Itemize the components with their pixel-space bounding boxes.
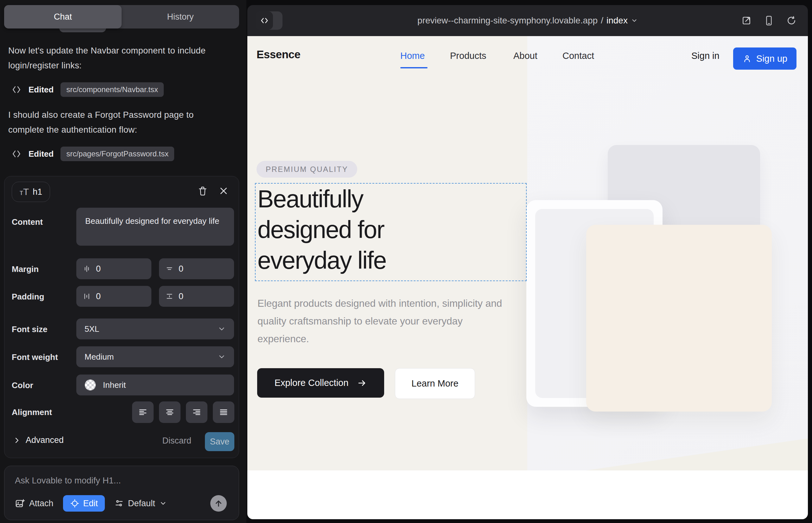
path-separator: /	[601, 16, 603, 26]
align-left-button[interactable]	[132, 401, 154, 423]
font-size-select[interactable]: 5XL	[76, 319, 234, 339]
browser-actions	[741, 5, 796, 36]
attach-image-icon	[15, 498, 25, 508]
padding-x-input[interactable]: 0	[76, 286, 152, 307]
margin-x-input[interactable]: 0	[76, 258, 152, 279]
url-bar[interactable]: preview--charming-site-symphony.lovable.…	[247, 5, 808, 36]
advanced-toggle[interactable]: Advanced	[13, 435, 64, 445]
font-weight-label: Font weight	[12, 353, 58, 362]
margin-label: Margin	[12, 264, 39, 274]
preview-url: preview--charming-site-symphony.lovable.…	[418, 16, 598, 26]
file-chip[interactable]: src/components/Navbar.tsx	[60, 82, 163, 97]
element-tag-badge: ᴛT h1	[12, 182, 50, 202]
element-editor-panel: ᴛT h1 Content Beautifully designed for e…	[4, 176, 239, 458]
left-panel: Chat History Now let's update the Navbar…	[0, 0, 246, 523]
nav-link-contact[interactable]: Contact	[562, 51, 594, 61]
font-weight-select[interactable]: Medium	[76, 346, 234, 367]
arrow-right-icon	[357, 378, 367, 388]
page-name: index	[606, 16, 628, 26]
composer-input[interactable]: Ask Lovable to modify H1...	[15, 475, 221, 486]
content-input[interactable]: Beautifully designed for everyday life	[76, 208, 234, 246]
learn-more-button[interactable]: Learn More	[395, 368, 475, 399]
editor-footer: Advanced Discard Save	[4, 432, 239, 452]
app-root: Chat History Now let's update the Navbar…	[0, 0, 812, 523]
composer-toolbar: Attach Edit Default	[15, 495, 231, 511]
chat-message: Now let's update the Navbar component to…	[8, 43, 230, 73]
delete-element-button[interactable]	[196, 184, 210, 198]
nav-link-products[interactable]: Products	[450, 51, 486, 61]
edit-mode-button[interactable]: Edit	[63, 495, 105, 511]
alignment-group	[132, 401, 234, 423]
padding-y-input[interactable]: 0	[159, 286, 234, 307]
site-logo[interactable]: Essence	[257, 48, 301, 61]
refresh-button[interactable]	[786, 16, 796, 26]
code-icon	[12, 85, 21, 95]
chevron-down-icon	[631, 17, 638, 24]
target-icon	[70, 499, 80, 508]
color-label: Color	[12, 381, 33, 390]
site-viewport: Essence Home Products About Contact Sign…	[247, 36, 808, 519]
user-icon	[742, 54, 752, 63]
discard-button[interactable]: Discard	[162, 436, 191, 446]
chat-composer: Ask Lovable to modify H1... Attach Edit	[4, 466, 239, 520]
file-chip[interactable]: src/pages/ForgotPassword.tsx	[60, 147, 174, 161]
default-mode-select[interactable]: Default	[114, 499, 167, 508]
preview-browser-window: preview--charming-site-symphony.lovable.…	[247, 5, 808, 519]
edited-label: Edited	[29, 85, 54, 95]
mobile-view-button[interactable]	[764, 15, 774, 26]
hero-heading[interactable]: Beautifully designed for everyday life	[258, 184, 386, 276]
code-icon	[12, 149, 21, 159]
chevron-down-icon	[159, 500, 167, 507]
content-label: Content	[12, 217, 43, 227]
color-swatch	[85, 379, 96, 391]
hero-paragraph: Elegant products designed with intention…	[258, 294, 514, 348]
padding-vertical-icon	[165, 292, 174, 301]
chevron-right-icon	[13, 437, 21, 444]
tab-history[interactable]: History	[122, 5, 239, 29]
edited-file-row: Edited src/components/Navbar.tsx	[12, 82, 164, 97]
margin-horizontal-icon	[83, 265, 91, 273]
premium-quality-badge: PREMIUM QUALITY	[257, 161, 357, 178]
chat-history-tabbar: Chat History	[4, 5, 239, 29]
open-external-button[interactable]	[741, 16, 752, 26]
nav-link-about[interactable]: About	[513, 51, 537, 61]
attach-button[interactable]: Attach	[15, 498, 54, 508]
close-editor-button[interactable]	[217, 184, 231, 198]
text-type-icon: ᴛT	[20, 186, 29, 197]
alignment-label: Alignment	[12, 408, 52, 417]
sign-in-link[interactable]: Sign in	[691, 51, 720, 61]
align-justify-button[interactable]	[213, 401, 234, 423]
decorative-wedge	[586, 438, 808, 470]
margin-vertical-icon	[165, 265, 174, 273]
nav-link-home[interactable]: Home	[400, 51, 425, 61]
save-button[interactable]: Save	[205, 432, 234, 451]
edited-label: Edited	[29, 149, 54, 159]
active-nav-underline	[400, 67, 427, 68]
chat-message: I should also create a Forgot Password p…	[8, 107, 230, 137]
send-button[interactable]	[210, 495, 227, 511]
decorative-card-cream	[586, 225, 772, 412]
margin-y-input[interactable]: 0	[159, 258, 234, 279]
sign-up-button[interactable]: Sign up	[733, 48, 796, 70]
color-select[interactable]: Inherit	[76, 375, 234, 395]
explore-collection-button[interactable]: Explore Collection	[257, 368, 384, 398]
tab-chat[interactable]: Chat	[4, 5, 122, 29]
browser-chrome: preview--charming-site-symphony.lovable.…	[247, 5, 808, 36]
padding-label: Padding	[12, 292, 44, 302]
element-tag: h1	[33, 187, 42, 197]
chevron-down-icon	[217, 325, 226, 333]
chevron-down-icon	[217, 353, 226, 361]
align-right-button[interactable]	[186, 401, 208, 423]
sliders-icon	[114, 499, 124, 508]
align-center-button[interactable]	[159, 401, 180, 423]
padding-horizontal-icon	[83, 292, 91, 301]
edited-file-row: Edited src/pages/ForgotPassword.tsx	[12, 147, 174, 161]
font-size-label: Font size	[12, 325, 48, 334]
hero-section: Essence Home Products About Contact Sign…	[247, 36, 808, 470]
